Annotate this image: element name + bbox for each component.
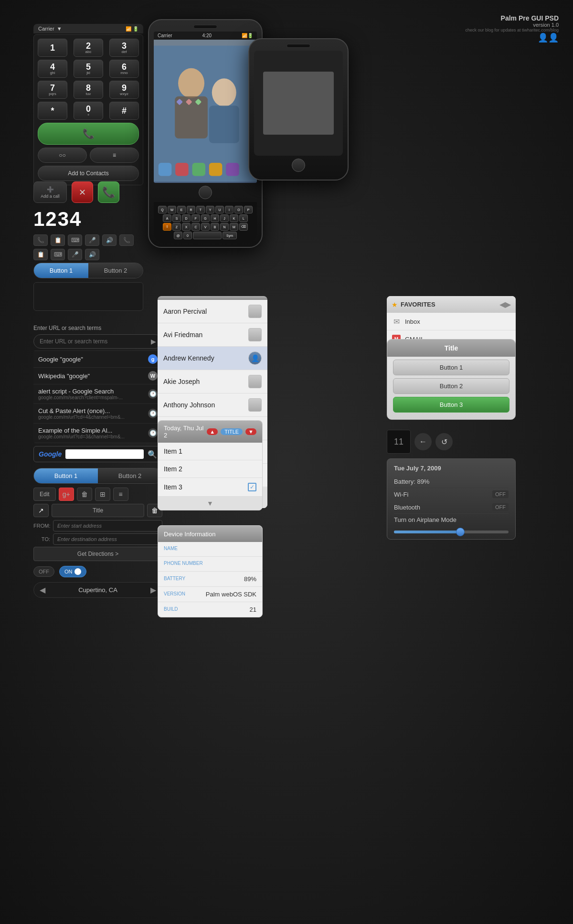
kbd-g[interactable]: G [201,214,210,222]
key-1[interactable]: 1 [38,39,67,57]
kbd-b[interactable]: B [211,223,219,231]
phone-home-button[interactable] [199,186,212,199]
kbd-s[interactable]: S [172,214,181,222]
contact-andrew-k[interactable]: Andrew Kennedy 👤 [158,347,267,370]
edit-button[interactable]: Edit [33,488,56,501]
contact-aaron[interactable]: Aaron Percival [158,300,267,323]
kbd-t[interactable]: T [196,206,205,213]
kbd-x[interactable]: X [182,223,191,231]
google-search-input[interactable] [65,449,144,459]
answer-call-icon[interactable]: 📞 [98,181,119,203]
kbd-space[interactable] [193,232,222,239]
kbd-p[interactable]: P [244,206,253,213]
kbd-q[interactable]: Q [158,206,167,213]
kbd-f[interactable]: F [191,214,200,222]
kbd-e[interactable]: E [177,206,186,213]
key-star[interactable]: * [38,102,67,120]
bottom-tab-button-2[interactable]: Button 2 [98,468,162,483]
todo-item-3-check[interactable]: ✓ [248,483,256,491]
action-icon-6[interactable]: 📞 [119,234,134,246]
kbd-i[interactable]: I [225,206,233,213]
todo-item-2[interactable]: Item 2 [158,460,262,478]
action-icon-7[interactable]: 📋 [33,249,48,260]
right-phone-home[interactable] [292,159,305,172]
dialog-button-3[interactable]: Button 3 [393,397,509,413]
search-result-example[interactable]: Example of the Simple Al... google.com/m… [33,424,162,443]
key-6[interactable]: 6mno [109,60,139,78]
tab-button-1[interactable]: Button 1 [34,263,88,278]
search-result-alert[interactable]: alert script - Google Search google.com/… [33,384,162,404]
share-icon[interactable]: ↗ [33,504,49,517]
key-7[interactable]: 7pqrs [38,81,67,99]
key-2[interactable]: 2abc [74,39,103,57]
kbd-y[interactable]: Y [206,206,214,213]
kbd-r[interactable]: R [187,206,195,213]
notification-refresh-button[interactable]: ↺ [435,433,453,450]
action-icon-8[interactable]: ⌨ [51,249,65,260]
kbd-h[interactable]: H [211,214,219,222]
add-contacts-button[interactable]: Add to Contacts [38,166,139,181]
action-icon-9[interactable]: 🎤 [68,249,82,260]
kbd-z[interactable]: Z [172,223,181,231]
voicemail-button[interactable]: ○○ [38,148,87,163]
action-icon-4[interactable]: 🎤 [85,234,99,246]
kbd-l[interactable]: L [239,214,248,222]
add-call-icon[interactable]: ➕ Add a call [33,181,67,203]
key-9[interactable]: 9wxyz [109,81,139,99]
action-icon-5[interactable]: 🔊 [102,234,117,246]
from-input[interactable] [53,520,162,531]
slider-thumb[interactable] [456,528,465,536]
tab-button-2[interactable]: Button 2 [88,263,143,278]
directions-button[interactable]: Get Directions > [33,547,162,561]
social-icon[interactable]: g+ [59,488,74,501]
trash-icon-sm[interactable]: 🗑 [77,488,92,501]
kbd-sym[interactable]: Sym [223,232,237,239]
url-input-wrap[interactable]: ▶ [33,334,162,349]
key-0[interactable]: 0+ [74,102,103,120]
contact-anthony[interactable]: Anthony Johnson [158,393,267,417]
action-icon-2[interactable]: 📋 [51,234,65,246]
action-icon-3[interactable]: ⌨ [68,234,82,246]
contact-avi[interactable]: Avi Friedman [158,323,267,347]
status-slider[interactable] [394,531,509,533]
contacts-button[interactable]: ≡ [90,148,139,163]
to-input[interactable] [53,533,162,545]
kbd-o[interactable]: O [234,206,243,213]
todo-item-1[interactable]: Item 1 [158,443,262,460]
kbd-m[interactable]: M [230,223,238,231]
key-5[interactable]: 5jkl [74,60,103,78]
kbd-a[interactable]: A [163,214,171,222]
fav-item-inbox[interactable]: ✉ Inbox [387,313,516,330]
kbd-d[interactable]: D [182,214,191,222]
kbd-w[interactable]: W [168,206,176,213]
grid-icon[interactable]: ⊞ [95,488,110,501]
todo-item-3[interactable]: Item 3 ✓ [158,478,262,497]
key-3[interactable]: 3def [109,39,139,57]
action-icon-10[interactable]: 🔊 [85,249,99,260]
search-result-google[interactable]: Google "google" g [33,350,162,368]
kbd-k[interactable]: K [230,214,238,222]
toggle-off[interactable]: OFF [33,566,54,577]
search-result-cut[interactable]: Cut & Paste Alert (once)... google.com/m… [33,404,162,424]
contact-akie[interactable]: Akie Joseph [158,370,267,393]
kbd-v[interactable]: V [201,223,210,231]
end-call-icon[interactable]: ✕ [72,181,93,203]
notification-back-button[interactable]: ← [414,433,432,450]
key-hash[interactable]: # [109,102,139,120]
kbd-backspace[interactable]: ⌫ [239,223,248,231]
kbd-n[interactable]: N [220,223,229,231]
kbd-j[interactable]: J [220,214,229,222]
dialog-button-2[interactable]: Button 2 [393,378,509,394]
toggle-on[interactable]: ON [59,566,86,577]
key-8[interactable]: 8tuv [74,81,103,99]
menu-icon[interactable]: ≡ [113,488,128,501]
todo-scroll-down[interactable]: ▼ [158,497,262,510]
dialog-button-1[interactable]: Button 1 [393,360,509,375]
kbd-u[interactable]: U [215,206,224,213]
kbd-0-kbd[interactable]: 0 [183,232,192,239]
location-left-arrow[interactable]: ◀ [40,585,45,595]
key-4[interactable]: 4ghi [38,60,67,78]
url-input[interactable] [40,338,148,345]
kbd-shift[interactable]: ⇧ [163,223,171,231]
kbd-at[interactable]: @ [174,232,182,239]
